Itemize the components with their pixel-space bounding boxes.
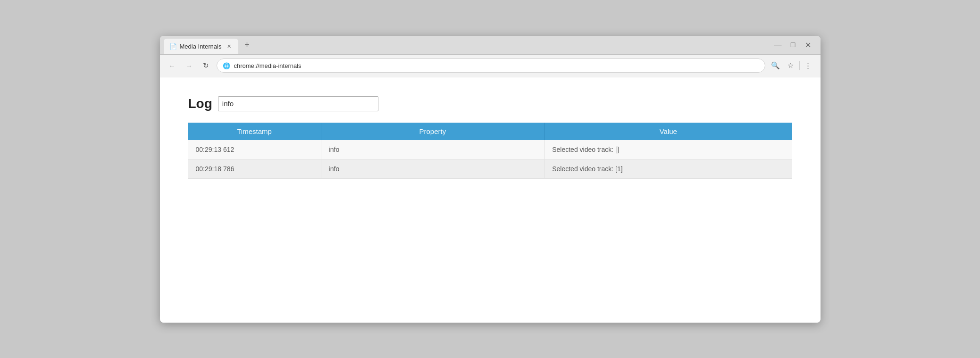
cell-timestamp: 00:29:13 612 xyxy=(188,140,321,159)
bookmark-button[interactable]: ☆ xyxy=(784,59,797,72)
address-text: chrome://media-internals xyxy=(234,62,302,69)
window-controls: — □ ✕ xyxy=(773,40,817,50)
data-table: Timestamp Property Value 00:29:13 612inf… xyxy=(188,123,792,179)
back-button[interactable]: ← xyxy=(166,59,179,72)
close-button[interactable]: ✕ xyxy=(804,40,813,50)
secure-icon: 🌐 xyxy=(223,62,230,69)
address-field[interactable]: 🌐 chrome://media-internals xyxy=(217,58,765,73)
col-header-timestamp: Timestamp xyxy=(188,123,321,140)
log-label-row: Log xyxy=(188,96,792,111)
menu-button[interactable]: ⋮ xyxy=(802,59,815,72)
log-filter-input[interactable] xyxy=(218,96,378,111)
log-label: Log xyxy=(188,96,212,111)
browser-tab[interactable]: 📄 Media Internals ✕ xyxy=(164,39,239,54)
cell-value: Selected video track: [1] xyxy=(544,159,792,178)
table-header-row: Timestamp Property Value xyxy=(188,123,792,140)
page-content: Log Timestamp Property Value 00:29:13 61… xyxy=(160,77,821,323)
address-bar-row: ← → ↻ 🌐 chrome://media-internals 🔍 ☆ ⋮ xyxy=(160,55,821,77)
table-body: 00:29:13 612infoSelected video track: []… xyxy=(188,140,792,179)
tab-title: Media Internals xyxy=(180,43,222,50)
cell-property: info xyxy=(321,140,544,159)
toolbar-separator xyxy=(799,61,800,70)
reload-button[interactable]: ↻ xyxy=(200,59,213,72)
maximize-button[interactable]: □ xyxy=(788,40,798,50)
menu-icon: ⋮ xyxy=(804,61,812,70)
minimize-button[interactable]: — xyxy=(773,40,783,50)
forward-button[interactable]: → xyxy=(183,59,196,72)
tab-close-button[interactable]: ✕ xyxy=(225,42,233,50)
search-icon: 🔍 xyxy=(771,61,780,70)
table-row: 00:29:18 786infoSelected video track: [1… xyxy=(188,159,792,178)
title-bar: 📄 Media Internals ✕ + — □ ✕ xyxy=(160,36,821,55)
table-header: Timestamp Property Value xyxy=(188,123,792,140)
col-header-property: Property xyxy=(321,123,544,140)
col-header-value: Value xyxy=(544,123,792,140)
cell-timestamp: 00:29:18 786 xyxy=(188,159,321,178)
new-tab-button[interactable]: + xyxy=(240,38,253,51)
address-actions: 🔍 ☆ ⋮ xyxy=(769,59,815,72)
search-button[interactable]: 🔍 xyxy=(769,59,782,72)
tab-page-icon: 📄 xyxy=(169,43,176,50)
cell-property: info xyxy=(321,159,544,178)
cell-value: Selected video track: [] xyxy=(544,140,792,159)
star-icon: ☆ xyxy=(787,61,794,70)
table-row: 00:29:13 612infoSelected video track: [] xyxy=(188,140,792,159)
browser-window: 📄 Media Internals ✕ + — □ ✕ ← → ↻ 🌐 chro… xyxy=(160,36,821,323)
log-section: Log Timestamp Property Value 00:29:13 61… xyxy=(188,96,792,179)
